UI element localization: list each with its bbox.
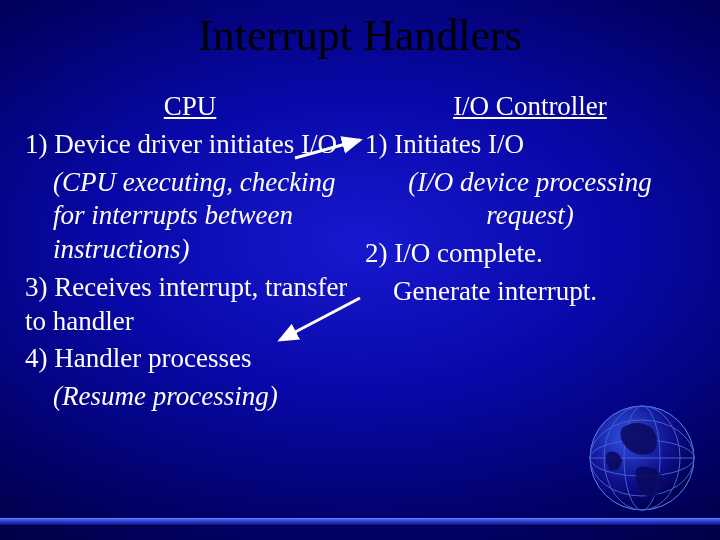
cpu-paren-2: (Resume processing)	[25, 380, 355, 414]
io-paren-1: (I/O device processing request)	[365, 166, 695, 234]
slide: Interrupt Handlers CPU 1) Device driver …	[0, 0, 720, 540]
cpu-step-3: 3) Receives interrupt, transfer to handl…	[25, 271, 355, 339]
io-step-2a: 2) I/O complete.	[365, 237, 695, 271]
io-heading: I/O Controller	[365, 90, 695, 124]
globe-icon	[582, 398, 702, 518]
io-step-1: 1) Initiates I/O	[365, 128, 695, 162]
cpu-step-1: 1) Device driver initiates I/O	[25, 128, 355, 162]
cpu-heading: CPU	[25, 90, 355, 124]
footer-bar	[0, 518, 720, 526]
io-column: I/O Controller 1) Initiates I/O (I/O dev…	[365, 90, 695, 418]
slide-title: Interrupt Handlers	[0, 10, 720, 61]
io-step-2b: Generate interrupt.	[365, 275, 695, 309]
cpu-paren-1: (CPU executing, checking for interrupts …	[25, 166, 355, 267]
cpu-step-4: 4) Handler processes	[25, 342, 355, 376]
content-columns: CPU 1) Device driver initiates I/O (CPU …	[25, 90, 695, 418]
cpu-column: CPU 1) Device driver initiates I/O (CPU …	[25, 90, 355, 418]
